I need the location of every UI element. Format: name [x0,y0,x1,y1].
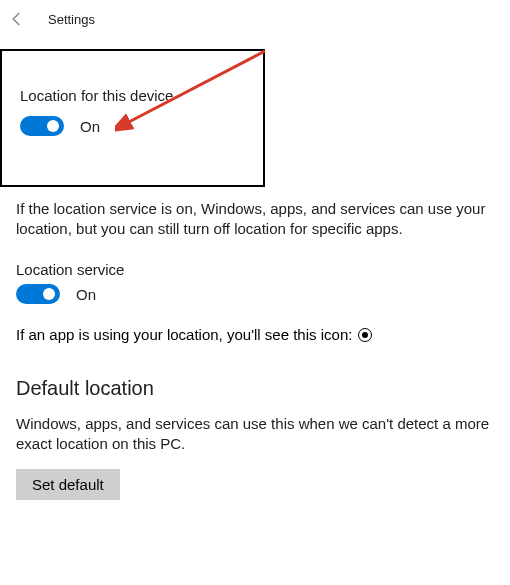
header-title: Settings [48,12,95,27]
default-location-description: Windows, apps, and services can use this… [16,414,494,455]
location-service-toggle[interactable] [16,284,60,304]
set-default-button[interactable]: Set default [16,469,120,500]
back-arrow-icon[interactable] [8,10,26,28]
toggle-knob [47,120,59,132]
settings-header: Settings [0,0,510,38]
location-service-toggle-row: On [16,284,494,304]
callout-toggle-row: On [20,116,245,136]
callout-state: On [80,118,100,135]
location-icon-info: If an app is using your location, you'll… [16,326,494,343]
location-device-toggle[interactable] [20,116,64,136]
location-service-state: On [76,286,96,303]
toggle-knob [43,288,55,300]
callout-box: Location for this device On [0,49,265,187]
callout-label: Location for this device [20,87,245,104]
location-service-description: If the location service is on, Windows, … [16,199,494,240]
location-service-label: Location service [16,261,494,278]
default-location-heading: Default location [16,377,494,400]
location-icon-info-text: If an app is using your location, you'll… [16,326,352,343]
location-target-icon [358,328,372,342]
